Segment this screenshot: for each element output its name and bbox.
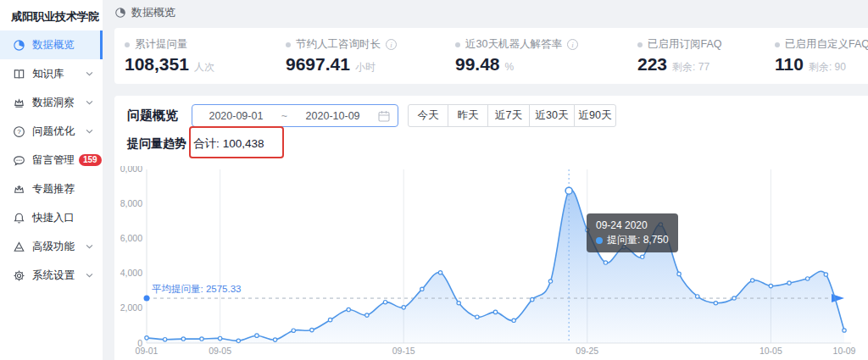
svg-text:4,000: 4,000 bbox=[120, 268, 142, 278]
trend-chart[interactable]: 02,0004,0006,0008,0000,00009-0109-0509-1… bbox=[114, 166, 868, 360]
sidebar-item-label: 高级功能 bbox=[32, 240, 75, 254]
app-title: 咸阳职业技术学院 bbox=[0, 0, 103, 25]
date-separator: ~ bbox=[280, 110, 289, 122]
stat-total-questions: 累计提问量 108,351人次 bbox=[114, 37, 275, 75]
bullet-dot bbox=[775, 42, 780, 47]
bullet-dot bbox=[125, 42, 130, 47]
sidebar-item-data-overview[interactable]: 数据概览 bbox=[0, 30, 103, 59]
stat-bot-answer-rate: 近30天机器人解答率i 99.48% bbox=[445, 37, 627, 75]
date-end[interactable]: 2020-10-09 bbox=[289, 110, 376, 122]
range-button-90days[interactable]: 近90天 bbox=[574, 104, 616, 127]
range-button-yesterday[interactable]: 昨天 bbox=[448, 104, 488, 127]
trend-title: 提问量趋势 bbox=[127, 136, 186, 152]
message-count-badge: 159 bbox=[79, 154, 102, 166]
chat-bubble-icon bbox=[13, 154, 25, 167]
sidebar-item-quick-entry[interactable]: 快捷入口 bbox=[0, 203, 103, 232]
chevron-down-icon bbox=[86, 244, 93, 249]
stat-label: 近30天机器人解答率 bbox=[465, 37, 562, 52]
sidebar-item-label: 问题优化 bbox=[32, 125, 75, 139]
prism-icon bbox=[13, 241, 25, 253]
stats-card: 累计提问量 108,351人次 节约人工咨询时长i 9697.41小时 近30天… bbox=[114, 28, 868, 84]
date-start[interactable]: 2020-09-01 bbox=[192, 110, 280, 122]
svg-text:2,000: 2,000 bbox=[120, 302, 142, 313]
tooltip-date: 09-24 2020 bbox=[596, 219, 669, 233]
sidebar-item-label: 知识库 bbox=[32, 67, 64, 81]
info-icon[interactable]: i bbox=[567, 39, 578, 50]
panel-title: 问题概览 bbox=[127, 108, 178, 124]
svg-text:09-15: 09-15 bbox=[392, 346, 415, 356]
stat-subscribed-faq: 已启用订阅FAQ 223剩余: 77 bbox=[627, 37, 765, 75]
award-icon bbox=[13, 183, 25, 196]
stat-unit: 剩余: 90 bbox=[809, 60, 846, 75]
quick-range-buttons: 今天 昨天 近7天 近30天 近90天 bbox=[408, 104, 616, 127]
svg-text:8,000: 8,000 bbox=[120, 198, 142, 208]
bell-icon bbox=[13, 212, 25, 224]
sidebar-item-knowledge-base[interactable]: 知识库 bbox=[0, 59, 103, 88]
sidebar-item-label: 快捷入口 bbox=[32, 211, 75, 225]
chevron-down-icon bbox=[86, 71, 93, 76]
sidebar-item-system-settings[interactable]: 系统设置 bbox=[0, 261, 103, 290]
trend-total-value: 100,438 bbox=[223, 137, 264, 150]
svg-text:09-25: 09-25 bbox=[576, 346, 598, 356]
stat-unit: 小时 bbox=[355, 60, 376, 75]
chevron-down-icon bbox=[86, 273, 93, 278]
sidebar-item-topic-recommend[interactable]: 专题推荐 bbox=[0, 174, 103, 203]
bullet-dot bbox=[455, 42, 460, 47]
svg-text:10-09: 10-09 bbox=[833, 346, 856, 356]
chevron-down-icon bbox=[86, 129, 93, 134]
svg-text:10-05: 10-05 bbox=[760, 346, 782, 356]
sidebar-item-data-insight[interactable]: 数据洞察 bbox=[0, 88, 103, 117]
sidebar-item-advanced-features[interactable]: 高级功能 bbox=[0, 232, 103, 261]
info-icon[interactable]: i bbox=[386, 39, 397, 50]
stat-custom-faq: 已启用自定义FAQ 110剩余: 90 bbox=[765, 37, 868, 75]
stat-label: 累计提问量 bbox=[135, 37, 188, 52]
sidebar-item-label: 留言管理 bbox=[32, 153, 75, 168]
stat-value: 223 bbox=[637, 54, 667, 75]
series-dot-icon bbox=[596, 237, 603, 244]
trend-total: 合计:100,438 bbox=[193, 136, 264, 152]
stat-unit: % bbox=[505, 61, 515, 73]
book-icon bbox=[13, 68, 25, 80]
stat-value: 108,351 bbox=[125, 54, 189, 75]
sidebar-item-label: 数据概览 bbox=[32, 38, 75, 53]
stat-label: 已启用自定义FAQ bbox=[785, 37, 868, 52]
stat-unit: 剩余: 77 bbox=[672, 60, 709, 75]
sidebar: 咸阳职业技术学院 数据概览 知识库 数据洞察 ? 问题优化 留言管理 159 bbox=[0, 0, 103, 360]
svg-text:?: ? bbox=[17, 128, 21, 136]
stat-label: 节约人工咨询时长 bbox=[296, 37, 381, 52]
stat-unit: 人次 bbox=[194, 60, 214, 75]
breadcrumb: 数据概览 bbox=[131, 5, 175, 20]
gear-icon bbox=[13, 269, 25, 282]
top-header: 数据概览 bbox=[103, 0, 868, 25]
pie-chart-icon bbox=[13, 39, 25, 52]
calendar-icon bbox=[378, 110, 390, 122]
svg-text:0,000: 0,000 bbox=[120, 166, 142, 174]
svg-text:09-05: 09-05 bbox=[209, 346, 231, 356]
sidebar-item-message-manage[interactable]: 留言管理 159 bbox=[0, 146, 103, 174]
trend-chart-canvas[interactable]: 02,0004,0006,0008,0000,00009-0109-0509-1… bbox=[114, 166, 868, 360]
stat-value: 9697.41 bbox=[286, 54, 350, 75]
bullet-dot bbox=[286, 42, 291, 47]
tooltip-value: 提问量: 8,750 bbox=[607, 233, 669, 247]
pie-chart-icon bbox=[114, 7, 126, 19]
stat-value: 99.48 bbox=[455, 54, 500, 75]
stat-saved-hours: 节约人工咨询时长i 9697.41小时 bbox=[275, 37, 445, 75]
chart-tooltip: 09-24 2020 提问量: 8,750 bbox=[587, 213, 678, 252]
range-button-7days[interactable]: 近7天 bbox=[487, 104, 530, 127]
svg-text:6,000: 6,000 bbox=[120, 233, 142, 243]
range-button-30days[interactable]: 近30天 bbox=[529, 104, 575, 127]
question-circle-icon: ? bbox=[13, 125, 25, 138]
sidebar-item-question-optimize[interactable]: ? 问题优化 bbox=[0, 117, 103, 146]
sidebar-item-label: 专题推荐 bbox=[32, 182, 75, 197]
sidebar-item-label: 系统设置 bbox=[32, 269, 75, 283]
sidebar-item-label: 数据洞察 bbox=[32, 96, 75, 110]
date-range-picker[interactable]: 2020-09-01 ~ 2020-10-09 bbox=[192, 104, 398, 127]
crown-icon bbox=[13, 97, 25, 109]
bullet-dot bbox=[637, 42, 643, 47]
chevron-down-icon bbox=[86, 100, 93, 105]
svg-text:平均提问量: 2575.33: 平均提问量: 2575.33 bbox=[152, 284, 241, 294]
stat-value: 110 bbox=[775, 54, 804, 75]
range-button-today[interactable]: 今天 bbox=[408, 104, 448, 127]
sidebar-menu: 数据概览 知识库 数据洞察 ? 问题优化 留言管理 159 专题推荐 bbox=[0, 30, 103, 290]
svg-text:09-01: 09-01 bbox=[136, 346, 159, 356]
